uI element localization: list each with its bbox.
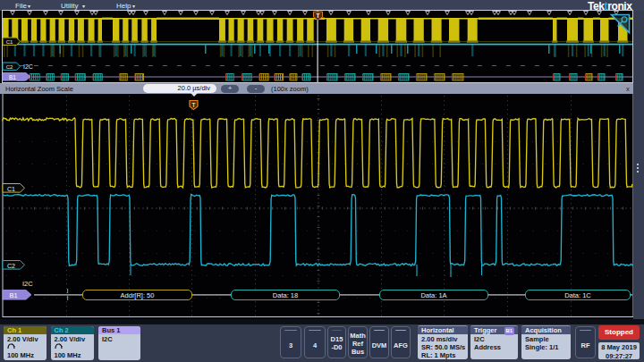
svg-text:T: T [192,102,196,108]
svg-text:B1: B1 [9,291,17,299]
svg-text:C2: C2 [7,263,15,269]
svg-text:C1: C1 [6,39,13,45]
svg-text:B1: B1 [9,74,16,80]
svg-text:T: T [317,13,320,19]
svg-text:C1: C1 [7,186,15,192]
svg-text:I2C: I2C [22,280,33,288]
svg-text:C2: C2 [6,64,13,70]
svg-text:I2C: I2C [23,63,33,70]
